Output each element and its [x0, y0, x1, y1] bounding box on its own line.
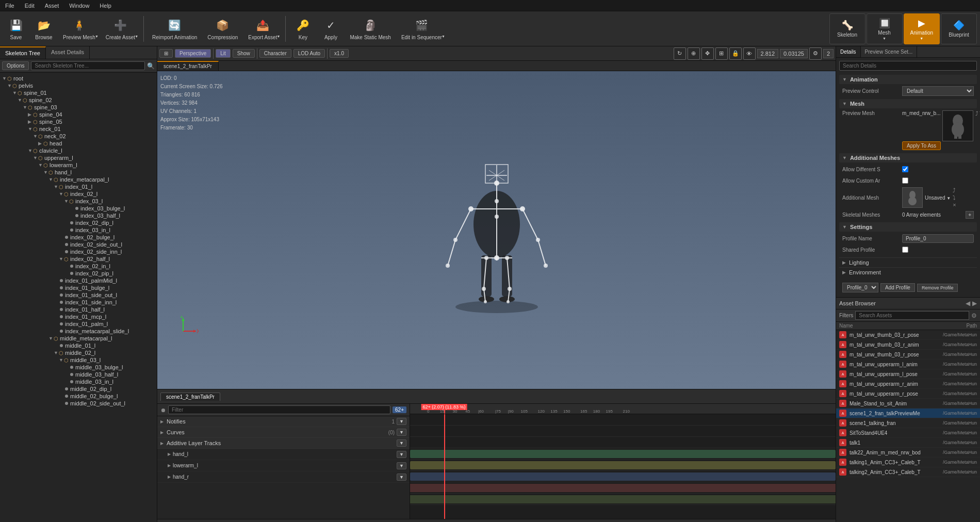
timeline-tab[interactable]: scene1_2_franTalkPr	[160, 393, 220, 401]
vp-ctrl-grid[interactable]: ⊞	[715, 47, 728, 60]
tl-track-hand-r[interactable]: ▶ hand_r ▼	[157, 471, 410, 483]
tree-item-middle03-l[interactable]: ▼ ⬡ middle_03_l	[0, 356, 157, 364]
apply-to-ass-button[interactable]: Apply To Ass	[902, 141, 941, 150]
expand-index03-l[interactable]: ▼	[64, 199, 69, 204]
vp-ctrl-zoom[interactable]: ⊕	[688, 47, 700, 60]
asset-item-6[interactable]: A m_tal_unw_upperarm_r_pose /Game/MetaHu…	[836, 389, 980, 399]
expand-middle-meta-l[interactable]: ▼	[48, 336, 54, 341]
tree-item-index02-l[interactable]: ▼ ⬡ index_02_l	[0, 190, 157, 198]
tl-section-notifies[interactable]: ▶ Notifies 1 ▼	[157, 416, 410, 427]
tree-item-index01-palm-l[interactable]: index_01_palm_l	[0, 320, 157, 328]
vp-ctrl-settings[interactable]: ⚙	[809, 47, 822, 60]
asset-item-3[interactable]: A m_tal_unw_upperarm_l_anim /Game/MetaHu…	[836, 360, 980, 369]
asset-item-11[interactable]: A talk1 /Game/MetaHun	[836, 438, 980, 448]
tree-item-middle02-l[interactable]: ▼ ⬡ middle_02_l	[0, 349, 157, 356]
add-mesh-browse-btn[interactable]: ⤵	[953, 194, 956, 201]
tree-item-neck01[interactable]: ▼ ⬡ neck_01	[0, 125, 157, 133]
tl-track-lowerarm-l[interactable]: ▶ lowerarm_l ▼	[157, 460, 410, 471]
lighting-row[interactable]: ▶ Lighting	[839, 257, 977, 267]
tree-item-index-meta-slide-l[interactable]: index_metacarpal_slide_l	[0, 328, 157, 335]
add-mesh-clear-btn[interactable]: ×	[953, 202, 956, 208]
asset-item-4[interactable]: A m_tal_unw_upperarm_l_pose /Game/MetaHu…	[836, 369, 980, 379]
options-button[interactable]: Options	[2, 61, 29, 70]
apply-button[interactable]: ✓ Apply	[318, 13, 344, 44]
r-tab-details[interactable]: Details	[836, 46, 861, 57]
tree-item-index01-l[interactable]: ▼ ⬡ index_01_l	[0, 183, 157, 190]
tree-item-index01-palmMid-l[interactable]: index_01_palmMid_l	[0, 277, 157, 284]
skeletal-meshes-add-btn[interactable]: +	[966, 211, 974, 219]
expand-index02-l[interactable]: ▼	[59, 191, 64, 197]
save-button[interactable]: 💾 Save	[3, 13, 29, 44]
vp-ctrl-lock[interactable]: 🔒	[729, 47, 742, 60]
menu-edit[interactable]: Edit	[23, 3, 37, 9]
tree-item-middle02-side-out-l[interactable]: middle_02_side_out_l	[0, 400, 157, 407]
additive-expand-btn[interactable]: ▼	[397, 439, 406, 447]
tl-section-curves[interactable]: ▶ Curves (0) ▼	[157, 427, 410, 438]
expand-middle03-l[interactable]: ▼	[59, 357, 64, 363]
edit-sequencer-button[interactable]: 🎬 Edit in Sequencer ▼	[397, 13, 446, 44]
tree-item-index01-half-l[interactable]: index_01_half_l	[0, 306, 157, 313]
curves-expand-btn[interactable]: ▼	[397, 429, 406, 436]
tree-item-index03-l[interactable]: ▼ ⬡ index_03_l	[0, 198, 157, 205]
allow-diff-checkbox[interactable]	[902, 166, 908, 172]
vp-zoom-btn[interactable]: x1.0	[330, 49, 349, 58]
vp-grid-btn[interactable]: ⊞	[159, 49, 173, 58]
tree-item-index02-side-inn-l[interactable]: index_02_side_inn_l	[0, 248, 157, 255]
asset-item-8[interactable]: A scene1_2_fran_talkPreviewMe /Game/Meta…	[836, 409, 980, 418]
tl-section-additive[interactable]: ▶ Additive Layer Tracks ▼	[157, 438, 410, 449]
expand-index02-half-l[interactable]: ▼	[59, 256, 64, 262]
expand-neck01[interactable]: ▼	[28, 126, 33, 132]
notifies-expand-btn[interactable]: ▼	[397, 418, 406, 425]
shared-profile-checkbox[interactable]	[902, 247, 908, 253]
menu-window[interactable]: Window	[67, 3, 91, 9]
menu-file[interactable]: File	[3, 3, 17, 9]
tree-item-index02-in-l[interactable]: index_02_in_l	[0, 263, 157, 270]
tree-item-index02-bulge-l[interactable]: index_02_bulge_l	[0, 234, 157, 241]
expand-lowerarm-l[interactable]: ▼	[38, 162, 43, 168]
preview-control-select[interactable]: Default	[902, 86, 974, 96]
create-asset-button[interactable]: ➕ Create Asset ▼	[102, 13, 139, 44]
profile-name-input[interactable]	[902, 234, 974, 243]
ab-forward-btn[interactable]: ▶	[972, 300, 977, 307]
expand-neck02[interactable]: ▼	[33, 134, 38, 139]
asset-item-10[interactable]: A SitToStand4UE4 /Game/MetaHun	[836, 428, 980, 438]
tl-track-lowerarm-btn[interactable]: ▼	[397, 462, 406, 469]
tree-item-middle03-in-l[interactable]: middle_03_in_l	[0, 378, 157, 385]
ab-search-input[interactable]	[855, 311, 969, 320]
viewport-3d[interactable]: LOD: 0 Current Screen Size: 0.726 Triang…	[157, 71, 836, 389]
expand-spine04[interactable]: ▶	[28, 112, 33, 117]
asset-item-9[interactable]: A scene1_talking_fran /Game/MetaHun	[836, 418, 980, 428]
expand-spine03[interactable]: ▼	[23, 105, 28, 110]
viewport-tab[interactable]: scene1_2_franTalkPr	[157, 61, 219, 71]
asset-item-7[interactable]: A Male_Stand_to_sit_Anim /Game/MetaHun	[836, 399, 980, 409]
asset-item-13[interactable]: A talking1_Anim_CC3+_Caleb_T /Game/MetaH…	[836, 458, 980, 467]
mode-blueprint-button[interactable]: 🔷 Blueprint	[941, 13, 977, 44]
menu-help[interactable]: Help	[97, 3, 113, 9]
ab-settings-btn[interactable]: ⚙	[971, 312, 977, 319]
expand-index01-l[interactable]: ▼	[54, 184, 59, 189]
expand-hand-l[interactable]: ▼	[43, 170, 48, 175]
mesh-action-btn1[interactable]: ⤴	[975, 110, 978, 117]
section-animation-header[interactable]: ▼ Animation	[839, 75, 977, 84]
add-mesh-find-btn[interactable]: ⤴	[953, 187, 956, 193]
tree-item-index02-half-l[interactable]: ▼ ⬡ index_02_half_l	[0, 255, 157, 263]
tree-item-middle-meta-l[interactable]: ▼ ⬡ middle_metacarpal_l	[0, 335, 157, 342]
tree-item-index03-half-l[interactable]: index_03_half_l	[0, 212, 157, 219]
expand-spine05[interactable]: ▶	[28, 119, 33, 124]
vp-perspective-btn[interactable]: Perspective	[175, 49, 211, 58]
tree-item-index02-side-out-l[interactable]: index_02_side_out_l	[0, 241, 157, 248]
asset-item-2[interactable]: A m_tal_unw_thumb_03_r_pose /Game/MetaHu…	[836, 350, 980, 360]
timeline-filter-input[interactable]	[168, 405, 390, 414]
tree-item-spine03[interactable]: ▼ ⬡ spine_03	[0, 104, 157, 111]
tree-item-spine05[interactable]: ▶ ⬡ spine_05	[0, 118, 157, 125]
vp-ctrl-rotate[interactable]: ↻	[674, 47, 686, 60]
asset-item-14[interactable]: A talking2_Anim_CC3+_Caleb_T /Game/MetaH…	[836, 467, 980, 477]
profile-select[interactable]: Profile_0	[842, 283, 878, 292]
details-search-input[interactable]	[839, 61, 977, 71]
tree-item-middle01-l[interactable]: middle_01_l	[0, 342, 157, 349]
mode-mesh-button[interactable]: 🔲 Mesh ▼	[867, 13, 903, 44]
tree-item-neck02[interactable]: ▼ ⬡ neck_02	[0, 133, 157, 140]
expand-spine02[interactable]: ▼	[18, 97, 23, 103]
mode-animation-button[interactable]: ▶ Animation ▼	[904, 13, 940, 44]
asset-item-0[interactable]: A m_tal_unw_thumb_03_r_pose /Game/MetaHu…	[836, 330, 980, 340]
